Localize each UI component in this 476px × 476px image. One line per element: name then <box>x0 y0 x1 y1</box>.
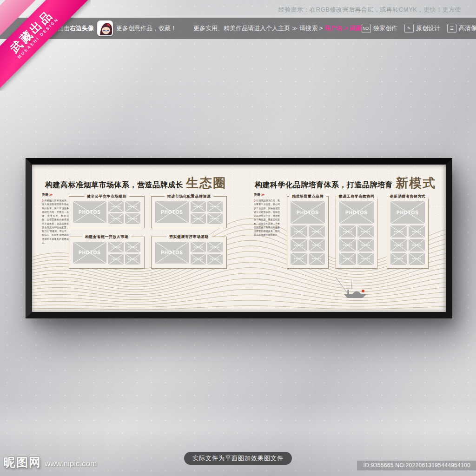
badge-hd: ☰ 高清像素 <box>447 24 476 33</box>
photo-grid: PHOTOSPHOTOSPHOTOSPHOTOS <box>191 201 223 224</box>
file-id: ID:9355665 NO:20220613195444954100 <box>357 461 476 470</box>
photo-placeholder: PHOTOS <box>409 225 425 238</box>
photo-placeholder: PHOTOS <box>191 254 206 264</box>
photo-placeholder: PHOTOS <box>191 213 206 224</box>
photo-placeholder: PHOTOS <box>108 213 124 224</box>
experience-tip: 经验提示：在RGB修改完后再合层，或再转CMYK，更快！更方便 <box>278 6 461 14</box>
photo-grid: PHOTOSPHOTOSPHOTOSPHOTOS <box>108 242 140 264</box>
photo-placeholder: PHOTOS <box>291 239 307 251</box>
photo-placeholder: PHOTOS <box>390 253 407 265</box>
photo-placeholder: PHOTOS <box>191 201 206 212</box>
badge-original: ✎ 原创设计 <box>404 24 440 33</box>
intro-bullet: ❯ <box>42 199 44 202</box>
left-title-text: 构建高标准烟草市场体系，营造品牌成长 <box>45 180 183 190</box>
photo-placeholder: PHOTOS <box>108 201 124 212</box>
badge-label: 独家创作 <box>373 24 397 33</box>
pencil-icon: ✎ <box>404 24 414 33</box>
photo-placeholder: PHOTOS <box>108 254 124 264</box>
file-note: 实际文件为平面图加效果图文件 <box>184 452 292 465</box>
photo-grid: PHOTOSPHOTOSPHOTOSPHOTOS <box>191 242 223 264</box>
photo-placeholder: PHOTOS <box>309 239 325 251</box>
photo-placeholder-large: PHOTOS <box>73 242 106 264</box>
panel-title: 构建全省统一开放大市场 <box>82 235 132 239</box>
photo-placeholder: PHOTOS <box>291 253 307 265</box>
photo-grid: PHOTOSPHOTOSPHOTOSPHOTOSPHOTOSPHOTOS <box>339 225 374 265</box>
photo-placeholder: PHOTOS <box>339 239 356 251</box>
promo-click-text: 点击 <box>58 25 70 32</box>
left-intro-text: 积极融入新发展格局，深入推进卷烟营销市场化取向改革，突出市场竞争基础性作用，完善… <box>42 199 69 244</box>
panel-title: 推进工商零高效协同 <box>336 194 377 199</box>
photo-placeholder: PHOTOS <box>125 254 140 264</box>
no-icon: NO. <box>362 24 371 33</box>
badge-exclusive: NO. 独家创作 <box>362 24 397 33</box>
photo-placeholder: PHOTOS <box>409 253 425 265</box>
intro-bullet: ❯ <box>254 199 256 202</box>
panel-title: 夯实健康有序市场基础 <box>166 235 212 239</box>
username-link[interactable]: 用户名 > 武藏 <box>324 25 362 32</box>
photo-placeholder: PHOTOS <box>125 213 140 224</box>
badge-label: 高清像素 <box>459 24 476 33</box>
search-hint-text: 更多实用、精美作品请进入个人主页 ≫ 请搜索 > <box>193 25 323 32</box>
right-title-text: 构建科学化品牌培育体系，打造品牌培育 <box>255 180 393 190</box>
promo-avatar-hint: 右边头像 <box>70 25 94 32</box>
photo-placeholder: PHOTOS <box>339 225 356 238</box>
section-panel: 推进市场化配置品牌资源 PHOTOSPHOTOSPHOTOSPHOTOSPHOT… <box>151 196 227 228</box>
right-section-title: 构建科学化品牌培育体系，打造品牌培育 新模式 <box>255 175 436 192</box>
photo-grid: PHOTOSPHOTOSPHOTOSPHOTOSPHOTOSPHOTOS <box>390 225 425 265</box>
section-panel: 推进工商零高效协同 PHOTOSPHOTOSPHOTOSPHOTOSPHOTOS… <box>336 196 377 269</box>
left-title-highlight: 生态圈 <box>186 175 226 192</box>
photo-placeholder: PHOTOS <box>339 253 356 265</box>
nipic-logo: 昵图网 <box>4 455 41 470</box>
photo-placeholder: PHOTOS <box>409 239 425 251</box>
section-panel: 构建全省统一开放大市场 PHOTOSPHOTOSPHOTOSPHOTOSPHOT… <box>69 237 145 269</box>
photo-placeholder: PHOTOS <box>309 253 325 265</box>
photo-placeholder: PHOTOS <box>309 225 325 238</box>
section-panel: 夯实健康有序市场基础 PHOTOSPHOTOSPHOTOSPHOTOSPHOTO… <box>151 237 227 269</box>
photo-placeholder: PHOTOS <box>207 201 223 212</box>
photo-placeholder-large: PHOTOS <box>390 201 425 224</box>
photo-placeholder: PHOTOS <box>125 201 140 212</box>
section-panel: 健全公平竞争市场规则 PHOTOSPHOTOSPHOTOSPHOTOSPHOTO… <box>69 196 145 228</box>
photo-placeholder: PHOTOS <box>207 242 223 252</box>
photo-placeholder-large: PHOTOS <box>155 242 189 264</box>
nipic-url: www.nipic.com <box>45 459 97 469</box>
photo-placeholder-large: PHOTOS <box>73 201 106 223</box>
panel-title: 创新消费者营销方式 <box>387 194 429 199</box>
photo-placeholder: PHOTOS <box>207 213 223 224</box>
photo-grid: PHOTOSPHOTOSPHOTOSPHOTOS <box>108 201 140 224</box>
right-intro-text: 以培育品牌为己任，充分尊重工业创造，精心呵护工业品牌，加快卷烟营销方式转型步伐，… <box>254 199 280 236</box>
panel-title: 精准培育重点品牌 <box>289 194 326 199</box>
badge-label: 原创设计 <box>416 24 440 33</box>
avatar[interactable] <box>97 20 113 36</box>
photo-placeholder-large: PHOTOS <box>339 201 374 224</box>
left-section-title: 构建高标准烟草市场体系，营造品牌成长 生态圈 <box>45 175 226 192</box>
right-intro: 导语≫ ❯以培育品牌为己任，充分尊重工业创造，精心呵护工业品牌，加快卷烟营销方式… <box>254 192 280 237</box>
photo-grid: PHOTOSPHOTOSPHOTOSPHOTOSPHOTOSPHOTOS <box>291 225 325 265</box>
photo-placeholder: PHOTOS <box>191 242 206 252</box>
intro-label: 导语 <box>254 193 260 196</box>
promo-left-text: 点击右边头像 更多创意作品，收藏！ <box>58 20 177 36</box>
photo-placeholder: PHOTOS <box>207 254 223 264</box>
photo-placeholder: PHOTOS <box>357 253 374 265</box>
avatar-illustration <box>98 21 113 36</box>
promo-collect-text: 更多创意作品，收藏！ <box>116 24 177 33</box>
panel-title: 推进市场化配置品牌资源 <box>165 194 214 199</box>
intro-label: 导语 <box>42 193 48 196</box>
feature-badges: NO. 独家创作 ✎ 原创设计 ☰ 高清像素 ❏ 精细分层 <box>362 24 476 33</box>
photo-placeholder: PHOTOS <box>125 242 140 252</box>
list-icon: ☰ <box>447 24 456 33</box>
photo-placeholder: PHOTOS <box>390 225 407 238</box>
photo-placeholder: PHOTOS <box>357 239 374 251</box>
promo-center-text: 更多实用、精美作品请进入个人主页 ≫ 请搜索 > 用户名 > 武藏 <box>193 24 362 33</box>
photo-placeholder: PHOTOS <box>357 225 374 238</box>
site-watermark: 昵图网 www.nipic.com <box>4 455 97 470</box>
panel-title: 健全公平竞争市场规则 <box>84 194 129 199</box>
intro-arrows: ≫ <box>49 193 53 196</box>
photo-placeholder-large: PHOTOS <box>155 201 189 223</box>
photo-placeholder: PHOTOS <box>390 239 407 251</box>
promo-bar: 点击右边头像 更多创意作品，收藏！ 更多实用、精美作品请进入个人主页 ≫ 请搜索… <box>0 18 476 39</box>
section-panel: 创新消费者营销方式 PHOTOSPHOTOSPHOTOSPHOTOSPHOTOS… <box>387 196 429 269</box>
left-intro: 导语≫ ❯积极融入新发展格局，深入推进卷烟营销市场化取向改革，突出市场竞争基础性… <box>42 192 69 245</box>
poster-canvas: 构建高标准烟草市场体系，营造品牌成长 生态圈 构建科学化品牌培育体系，打造品牌培… <box>32 165 446 312</box>
right-title-highlight: 新模式 <box>396 175 436 192</box>
